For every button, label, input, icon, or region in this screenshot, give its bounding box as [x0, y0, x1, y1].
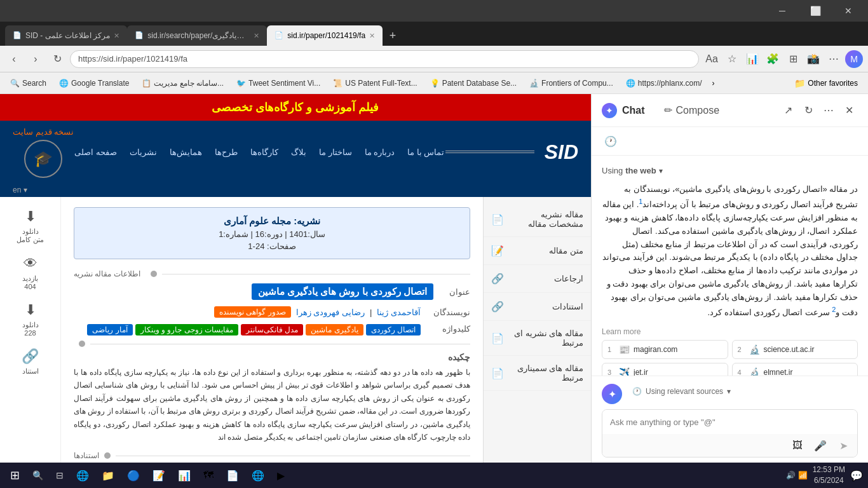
- author-2[interactable]: رضایی فهرودی زهرا: [296, 308, 365, 317]
- reader-mode-button[interactable]: Aa: [703, 50, 721, 68]
- tab-3-close[interactable]: ✕: [369, 32, 375, 40]
- naskheh-button[interactable]: نسخه قدیم سایت: [13, 126, 74, 137]
- extensions-button[interactable]: 🧩: [764, 50, 782, 68]
- download-count-item[interactable]: ⬇ دانلود 228: [2, 297, 59, 342]
- view-count-item[interactable]: 👁 بازدید 404: [2, 250, 59, 295]
- article-link-info[interactable]: مقاله نشریه مشخصات مقاله 📄: [484, 202, 591, 237]
- article-link-references[interactable]: ارجاعات 🔗: [484, 265, 591, 293]
- search-taskbar[interactable]: 🔍: [27, 464, 48, 487]
- taskbar-clock[interactable]: 12:53 PM 6/5/2024: [813, 464, 845, 486]
- close-button[interactable]: ✕: [834, 0, 863, 22]
- nav-tarh[interactable]: طرح‌ها: [215, 147, 238, 157]
- promo-banner[interactable]: فیلم آموزشی و کارگاه‌های تخصصی: [0, 94, 591, 121]
- forward-button[interactable]: ›: [27, 50, 44, 68]
- screenshot-button[interactable]: 📸: [804, 50, 822, 68]
- maximize-button[interactable]: ⬜: [801, 0, 830, 22]
- keyword-1[interactable]: اتصال رکوردی: [366, 324, 421, 336]
- file-explorer-taskbar[interactable]: 📁: [97, 464, 119, 487]
- keyword-4[interactable]: مقایسات زوجی جارو و وینکار: [135, 324, 238, 336]
- source-1[interactable]: 1 📰 magiran.com: [602, 340, 728, 359]
- chat-input[interactable]: [602, 410, 857, 434]
- other-favorites-button[interactable]: 📁 Other favorites: [789, 76, 863, 90]
- source-3[interactable]: 3 ✈️ jet.ir: [602, 363, 728, 376]
- sup-2[interactable]: 2: [832, 306, 836, 313]
- address-bar[interactable]: https://sid.ir/paper/1021419/fa: [70, 50, 699, 68]
- nav-saktar[interactable]: ساختار ما: [319, 147, 352, 157]
- article-link-text-item[interactable]: متن مقاله 📝: [484, 237, 591, 265]
- source-2[interactable]: 2 🔬 science.ut.ac.ir: [732, 340, 858, 359]
- lang-text: en: [13, 186, 21, 194]
- source-info-toggle[interactable]: 🕐 Using relevant sources ▾: [632, 387, 731, 396]
- favorites-button[interactable]: ☆: [723, 50, 741, 68]
- nav-tamas[interactable]: تماس با ما: [407, 147, 444, 157]
- tab-1-close[interactable]: ✕: [114, 32, 119, 40]
- bookmark-more-indicator[interactable]: ›: [712, 79, 715, 88]
- source-4[interactable]: 4 🔬 elmnet.ir: [732, 363, 858, 376]
- word-taskbar[interactable]: 📄: [221, 464, 244, 487]
- nav-kargah[interactable]: کارگاه‌ها: [250, 147, 278, 157]
- download-full-text[interactable]: ⬇ دانلود متن کامل: [2, 203, 59, 249]
- sid-logo[interactable]: SID: [545, 140, 578, 164]
- bookmark-patent-db[interactable]: 💡 Patent Database Se...: [425, 77, 522, 90]
- bookmark-samaneh[interactable]: 📋 سامانه جامع مدیریت...: [137, 77, 229, 90]
- chat-share-button[interactable]: ↗: [779, 102, 797, 119]
- compose-button[interactable]: ✏ Compose: [655, 100, 728, 120]
- bookmark-patent[interactable]: 📜 US Patent Full-Text...: [328, 77, 422, 90]
- tab-1[interactable]: 📄 SID - مرکز اطلاعات علمی ✕: [5, 25, 127, 46]
- nav-drbare[interactable]: درباره ما: [365, 147, 395, 157]
- refresh-button[interactable]: ↻: [48, 50, 66, 68]
- history-button[interactable]: 🕐: [602, 132, 620, 150]
- sup-1[interactable]: 1: [639, 198, 642, 205]
- chat-compose-tab[interactable]: ✏ Compose: [655, 100, 728, 120]
- new-tab-button[interactable]: +: [383, 25, 403, 46]
- chat-refresh-button[interactable]: ↻: [799, 102, 817, 119]
- bookmark-search[interactable]: 🔍 Search: [5, 77, 51, 90]
- bookmark-phlanx[interactable]: 🌐 https://phlanx.com/: [621, 77, 707, 90]
- settings-button[interactable]: ⋯: [825, 50, 843, 68]
- media-player-taskbar[interactable]: ▶: [272, 464, 290, 487]
- nav-nashriyat[interactable]: نشریات: [130, 147, 157, 157]
- bookmark-frontiers[interactable]: 🔬 Frontiers of Compu...: [524, 77, 618, 90]
- keyword-2[interactable]: یادگیری ماشین: [306, 324, 363, 336]
- certificate-badge[interactable]: صدور گواهی نویسنده: [214, 306, 291, 318]
- article-link-related-seminar[interactable]: مقاله های سمیناری مرتبط 📄: [484, 356, 591, 391]
- chat-more-button[interactable]: ⋯: [820, 102, 837, 119]
- maps-taskbar[interactable]: 🗺: [198, 464, 219, 487]
- nav-safhe[interactable]: صفحه اصلی: [74, 147, 117, 157]
- info-bar: اطلاعات مقاله نشریه: [74, 269, 470, 278]
- keyword-5[interactable]: آمار ریاضی: [87, 324, 132, 336]
- nav-blog[interactable]: بلاگ: [291, 147, 306, 157]
- language-selector[interactable]: en ▾: [13, 186, 27, 194]
- edge-taskbar-2[interactable]: 🌐: [247, 464, 269, 487]
- using-web-indicator[interactable]: Using the web ▾: [602, 166, 858, 175]
- keyword-3[interactable]: مدل فانکی‌سانتر: [241, 324, 303, 336]
- voice-input-button[interactable]: 🎤: [811, 437, 829, 454]
- patent-db-bookmark-icon: 💡: [430, 79, 440, 88]
- minimize-button[interactable]: ─: [768, 0, 797, 22]
- tab-2-close[interactable]: ✕: [254, 32, 259, 40]
- article-link-citations[interactable]: استنادات 🔗: [484, 293, 591, 321]
- nav-hamayesh[interactable]: همایش‌ها: [170, 147, 202, 157]
- send-button[interactable]: ➤: [834, 437, 852, 454]
- bookmark-tweet[interactable]: 🐦 Tweet Sentiment Vi...: [231, 77, 325, 90]
- chrome-taskbar[interactable]: 🔵: [122, 464, 145, 487]
- citation-item[interactable]: 🔗 استناد: [2, 343, 59, 381]
- article-link-related-journal[interactable]: مقاله های نشریه ای مرتبط 📄: [484, 321, 591, 356]
- notification-icon[interactable]: 💬: [850, 470, 863, 482]
- image-input-button[interactable]: 🖼: [789, 437, 806, 454]
- journal-name-text[interactable]: مجله علوم آماری: [224, 215, 291, 226]
- profile-button[interactable]: M: [845, 50, 863, 68]
- bookmark-google-translate[interactable]: 🌐 Google Translate: [54, 77, 134, 90]
- edge-taskbar[interactable]: 🌐: [71, 464, 94, 487]
- excel-taskbar[interactable]: 📊: [173, 464, 196, 487]
- vscode-taskbar[interactable]: 📝: [147, 464, 170, 487]
- task-view-button[interactable]: ⊟: [51, 464, 69, 487]
- tab-2[interactable]: 📄 sid.ir/search/paper/ماشین‌یادگیری... ✕: [127, 25, 267, 46]
- back-button[interactable]: ‹: [5, 50, 23, 68]
- chat-close-button[interactable]: ✕: [840, 102, 858, 119]
- start-button[interactable]: ⊞: [5, 464, 25, 487]
- tab-3[interactable]: 📄 sid.ir/paper/1021419/fa ✕: [267, 25, 383, 46]
- author-1[interactable]: آقاحمدی ژینا: [377, 308, 421, 317]
- collections-button[interactable]: 📊: [743, 50, 761, 68]
- sidebar-button[interactable]: ⊞: [784, 50, 802, 68]
